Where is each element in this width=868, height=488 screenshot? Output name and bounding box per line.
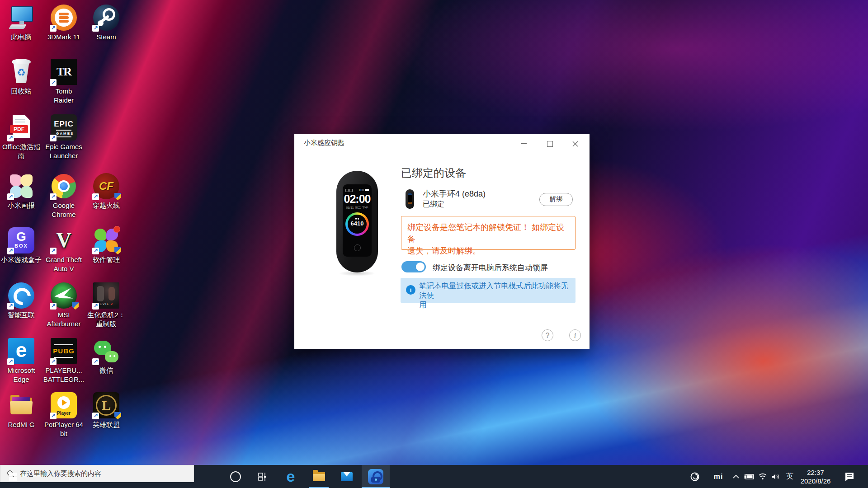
cortana-button[interactable] [225, 465, 246, 488]
band-steps-count: 6410 [345, 220, 369, 227]
battery-charging-icon [744, 474, 755, 480]
desktop-icon-label: 微信 [85, 366, 127, 375]
cortana-icon [230, 471, 241, 482]
tray-wifi-icon[interactable] [756, 465, 769, 488]
shortcut-arrow-icon: ↗ [92, 303, 99, 310]
desktop-icon-label: TombRaider [42, 87, 85, 105]
close-icon [572, 141, 578, 147]
windows-logo-icon [9, 473, 17, 480]
desktop-icon-grand-theft-auto-v[interactable]: V↗Grand TheftAuto V [42, 227, 85, 273]
desktop-icon-wechat[interactable]: ↗微信 [85, 338, 127, 375]
desktop-icon-label: PLAYERU...BATTLEGR... [42, 366, 85, 384]
low-battery-info-note: i 笔记本电量过低或进入节电模式后此功能将无法使 用 [401, 278, 576, 303]
desktop-icon-label: Office激活指南 [0, 142, 42, 160]
desktop-icon-label: 回收站 [0, 87, 42, 96]
device-thumbnail-icon [406, 189, 414, 209]
tray-swirl-app-icon[interactable] [686, 465, 703, 488]
desktop-icon-steam[interactable]: ↗Steam [85, 5, 127, 42]
league-of-legends-icon: L↗ [93, 392, 119, 418]
task-view-button[interactable] [252, 465, 274, 488]
desktop-icon-label: 软件管理 [85, 255, 127, 264]
desktop-icon-google-chrome[interactable]: ↗GoogleChrome [42, 173, 85, 219]
desktop-icon-microsoft-edge[interactable]: e↗MicrosoftEdge [0, 338, 42, 384]
band-steps-icon [355, 218, 359, 220]
close-button[interactable] [565, 137, 585, 150]
taskbar-file-explorer-button[interactable] [308, 465, 330, 488]
desktop-icon-mi-pictorial[interactable]: ↗小米画报 [0, 173, 42, 210]
desktop-icon-label: 智能互联 [0, 310, 42, 319]
desktop-icon-redmi-g[interactable]: RedMi G [0, 392, 42, 429]
desktop-icon-resident-evil-2-remake[interactable]: EVIL 2↗生化危机2：重制版 [85, 282, 127, 328]
desktop-icon-this-pc[interactable]: 此电脑 [0, 5, 42, 42]
desktop-icon-league-of-legends[interactable]: L↗英雄联盟 [85, 392, 127, 429]
desktop-icon-msi-afterburner[interactable]: ↗MSIAfterburner [42, 282, 85, 328]
mail-icon [341, 472, 353, 481]
smart-interconnect-icon: ↗ [8, 282, 34, 309]
band-activity-ring: 6410 [345, 212, 369, 236]
shortcut-arrow-icon: ↗ [7, 303, 14, 310]
epic-games-launcher-icon: EPICGAMES↗ [51, 114, 77, 141]
desktop-icon-mi-game-box[interactable]: GBOX↗小米游戏盒子 [0, 227, 42, 264]
desktop-icon-epic-games-launcher[interactable]: EPICGAMES↗Epic GamesLauncher [42, 114, 85, 160]
band-screen: 100 02:00 06/11 周二 下午 6410 [343, 184, 372, 257]
mi-sensing-key-icon [368, 469, 383, 484]
desktop-icon-playerunknowns-battlegrounds[interactable]: PUBG↗PLAYERU...BATTLEGR... [42, 338, 85, 384]
toggle-knob [416, 263, 425, 271]
tray-volume-icon[interactable] [769, 465, 782, 488]
minimize-button[interactable] [514, 137, 534, 150]
shortcut-arrow-icon: ↗ [92, 413, 99, 419]
desktop-icon-potplayer-64-bit[interactable]: Player↗PotPlayer 64bit [42, 392, 85, 438]
speaker-icon [771, 473, 780, 480]
tray-battery-icon[interactable] [742, 465, 756, 488]
potplayer-64-bit-icon: Player↗ [51, 392, 77, 418]
shortcut-arrow-icon: ↗ [50, 79, 57, 86]
file-explorer-icon [313, 472, 325, 481]
start-button[interactable] [0, 465, 25, 488]
auto-lock-toggle[interactable] [401, 261, 426, 272]
desktop-icon-crossfire[interactable]: CF↗穿越火线 [85, 173, 127, 210]
shortcut-arrow-icon: ↗ [92, 193, 99, 200]
taskbar-mi-sensing-key-button-active[interactable] [362, 465, 390, 488]
search-placeholder: 在这里输入你要搜索的内容 [20, 469, 101, 478]
unlock-credential-warning: 绑定设备是您笔记本的解锁凭证！ 如绑定设备 遗失，请及时解绑。 [401, 216, 576, 250]
desktop-icon-smart-interconnect[interactable]: ↗智能互联 [0, 282, 42, 319]
unbind-button[interactable]: 解绑 [539, 193, 573, 206]
desktop-icon-label: MSIAfterburner [42, 310, 85, 328]
mi-game-box-icon: GBOX↗ [8, 227, 34, 253]
tray-clock[interactable]: 22:37 2020/8/26 [797, 465, 835, 488]
tray-mi-icon[interactable]: mi [710, 465, 727, 488]
tray-input-language[interactable]: 英 [783, 465, 797, 488]
band-home-button [354, 244, 361, 251]
taskbar-search-box[interactable]: 在这里输入你要搜索的内容 [0, 465, 194, 482]
action-center-icon [844, 472, 855, 482]
desktop-icon-tomb-raider[interactable]: TR↗TombRaider [42, 59, 85, 105]
maximize-icon [547, 141, 553, 147]
action-center-button[interactable] [839, 465, 860, 488]
shortcut-arrow-icon: ↗ [50, 135, 57, 141]
shortcut-arrow-icon: ↗ [7, 193, 14, 200]
bound-device-heading: 已绑定的设备 [401, 166, 466, 180]
desktop-icon-label: GoogleChrome [42, 201, 85, 219]
taskbar-edge-button[interactable]: e [280, 465, 302, 488]
desktop-icon-software-manager[interactable]: ↗软件管理 [85, 227, 127, 264]
crossfire-icon: CF↗ [93, 173, 119, 199]
shortcut-arrow-icon: ↗ [92, 358, 99, 365]
taskbar-mail-button[interactable] [336, 465, 358, 488]
desktop-icon-3dmark-11[interactable]: ↗3DMark 11 [42, 5, 85, 42]
microsoft-edge-icon: e↗ [8, 338, 34, 364]
maximize-button[interactable] [540, 137, 560, 150]
info-circle-icon: i [406, 285, 415, 295]
shortcut-arrow-icon: ↗ [7, 248, 14, 254]
tray-show-hidden-icons[interactable] [729, 465, 743, 488]
band-date: 06/11 周二 下午 [343, 206, 372, 210]
mi-sensing-key-window: 小米感应钥匙 100 02:00 06/11 周二 下午 6410 已绑定的设备… [294, 134, 590, 349]
desktop-icon-office-activation-guide[interactable]: PDF↗Office激活指南 [0, 114, 42, 160]
desktop-icon-recycle-bin[interactable]: ♻回收站 [0, 59, 42, 96]
shortcut-arrow-icon: ↗ [50, 303, 57, 310]
desktop-icon-label: PotPlayer 64bit [42, 420, 85, 438]
chevron-up-icon [733, 474, 739, 479]
band-time: 02:00 [343, 192, 372, 206]
about-icon[interactable]: i [569, 329, 581, 341]
help-icon[interactable]: ? [542, 329, 553, 341]
google-chrome-icon: ↗ [51, 173, 77, 199]
